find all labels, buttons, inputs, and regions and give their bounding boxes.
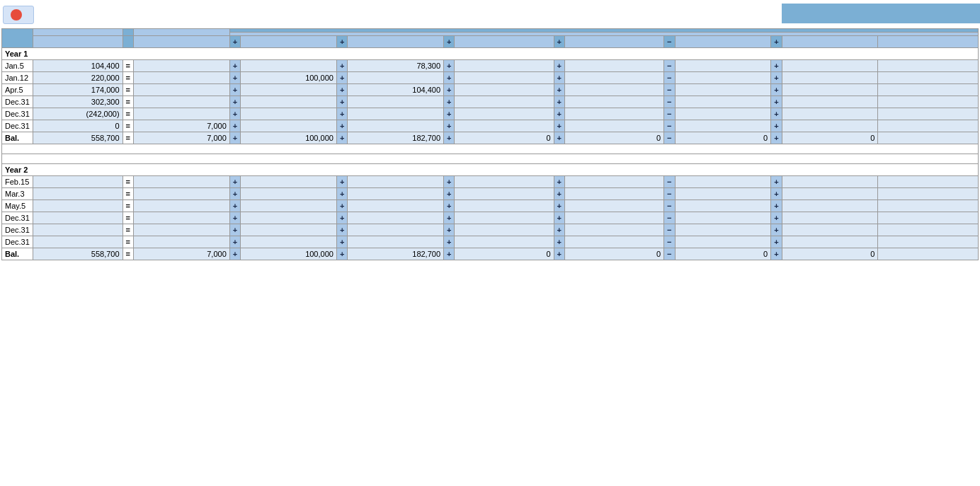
data-cell[interactable] [33,108,122,120]
data-cell[interactable] [348,60,444,72]
data-cell[interactable] [348,200,444,212]
data-cell[interactable] [455,84,554,96]
data-cell[interactable] [134,200,230,212]
data-cell[interactable] [782,60,878,72]
data-cell[interactable] [565,60,664,72]
data-cell[interactable] [348,236,444,248]
data-cell[interactable] [878,188,979,200]
data-cell[interactable] [241,224,337,236]
data-cell[interactable] [782,72,878,84]
data-cell[interactable] [134,132,230,144]
data-cell[interactable] [33,96,122,108]
data-cell[interactable] [675,200,771,212]
data-cell[interactable] [134,120,230,132]
data-cell[interactable] [878,120,979,132]
data-cell[interactable] [455,96,554,108]
data-cell[interactable] [878,132,979,144]
data-cell[interactable] [348,176,444,188]
data-cell[interactable] [241,60,337,72]
data-cell[interactable] [33,132,122,144]
data-cell[interactable] [675,84,771,96]
data-cell[interactable] [675,72,771,84]
data-cell[interactable] [565,176,664,188]
data-cell[interactable] [348,224,444,236]
data-cell[interactable] [675,188,771,200]
data-cell[interactable] [33,72,122,84]
data-cell[interactable] [134,72,230,84]
data-cell[interactable] [455,120,554,132]
data-cell[interactable] [455,108,554,120]
data-cell[interactable] [348,132,444,144]
data-cell[interactable] [348,212,444,224]
data-cell[interactable] [782,200,878,212]
data-cell[interactable] [33,176,122,188]
data-cell[interactable] [878,200,979,212]
data-cell[interactable] [782,176,878,188]
data-cell[interactable] [134,108,230,120]
data-cell[interactable] [878,84,979,96]
data-cell[interactable] [33,120,122,132]
data-cell[interactable] [455,132,554,144]
data-cell[interactable] [348,72,444,84]
data-cell[interactable] [675,224,771,236]
data-cell[interactable] [782,120,878,132]
data-cell[interactable] [565,212,664,224]
data-cell[interactable] [134,248,230,260]
data-cell[interactable] [782,84,878,96]
data-cell[interactable] [455,176,554,188]
data-cell[interactable] [348,96,444,108]
data-cell[interactable] [675,108,771,120]
data-cell[interactable] [782,248,878,260]
data-cell[interactable] [241,248,337,260]
data-cell[interactable] [782,236,878,248]
data-cell[interactable] [348,108,444,120]
data-cell[interactable] [241,108,337,120]
data-cell[interactable] [241,236,337,248]
data-cell[interactable] [782,224,878,236]
data-cell[interactable] [782,108,878,120]
data-cell[interactable] [878,236,979,248]
data-cell[interactable] [565,236,664,248]
data-cell[interactable] [33,236,122,248]
data-cell[interactable] [675,132,771,144]
data-cell[interactable] [878,176,979,188]
data-cell[interactable] [878,212,979,224]
data-cell[interactable] [455,200,554,212]
data-cell[interactable] [241,200,337,212]
data-cell[interactable] [241,176,337,188]
data-cell[interactable] [134,96,230,108]
data-cell[interactable] [241,96,337,108]
data-cell[interactable] [565,248,664,260]
data-cell[interactable] [878,96,979,108]
data-cell[interactable] [241,132,337,144]
data-cell[interactable] [675,212,771,224]
data-cell[interactable] [241,120,337,132]
data-cell[interactable] [565,108,664,120]
data-cell[interactable] [455,236,554,248]
data-cell[interactable] [565,224,664,236]
data-cell[interactable] [675,176,771,188]
data-cell[interactable] [565,132,664,144]
data-cell[interactable] [134,212,230,224]
data-cell[interactable] [241,188,337,200]
data-cell[interactable] [455,224,554,236]
data-cell[interactable] [33,188,122,200]
data-cell[interactable] [675,120,771,132]
data-cell[interactable] [455,248,554,260]
data-cell[interactable] [565,120,664,132]
data-cell[interactable] [455,72,554,84]
data-cell[interactable] [878,224,979,236]
data-cell[interactable] [134,84,230,96]
data-cell[interactable] [241,212,337,224]
data-cell[interactable] [348,84,444,96]
data-cell[interactable] [675,236,771,248]
data-cell[interactable] [565,96,664,108]
data-cell[interactable] [348,188,444,200]
data-cell[interactable] [241,72,337,84]
data-cell[interactable] [134,188,230,200]
data-cell[interactable] [33,84,122,96]
data-cell[interactable] [782,132,878,144]
data-cell[interactable] [33,212,122,224]
data-cell[interactable] [878,248,979,260]
data-cell[interactable] [565,72,664,84]
